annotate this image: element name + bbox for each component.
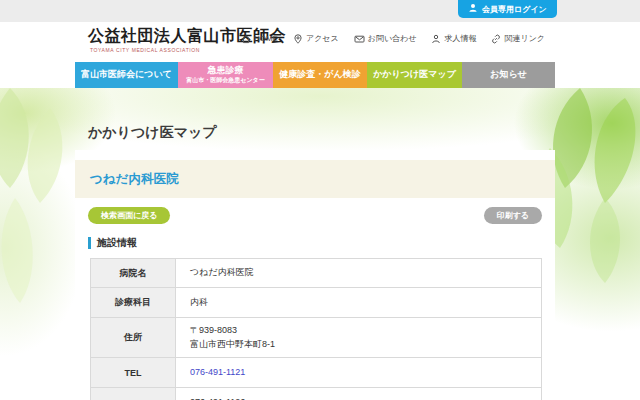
nav-links-label: 関連リンク bbox=[504, 33, 545, 44]
nav-home-label: HOME bbox=[254, 34, 278, 43]
tel-link[interactable]: 076-491-1121 bbox=[190, 367, 245, 377]
page-title: かかりつけ医マップ bbox=[88, 124, 217, 142]
table-row: FAX 076-491-1126 bbox=[91, 388, 542, 400]
member-login-label: 会員専用ログイン bbox=[482, 4, 547, 15]
nav-access-label: アクセス bbox=[306, 33, 339, 44]
tab-doctor-map-label: かかりつけ医マップ bbox=[373, 70, 456, 80]
fax-value: 076-491-1126 bbox=[176, 388, 542, 400]
facility-info-section-header: 施設情報 bbox=[88, 236, 555, 250]
facility-info-title: 施設情報 bbox=[97, 236, 137, 250]
content-column: かかりつけ医マップ つねだ内科医院 検索画面に戻る 印刷する 施設情報 病院名 … bbox=[75, 88, 555, 400]
row-label: FAX bbox=[91, 388, 176, 400]
tab-checkup[interactable]: 健康診査・がん検診 bbox=[273, 62, 367, 88]
clinic-heading-bar: つねだ内科医院 bbox=[75, 160, 555, 198]
tab-news[interactable]: お知らせ bbox=[462, 62, 555, 88]
tab-about[interactable]: 富山市医師会について bbox=[75, 62, 178, 88]
action-button-row: 検索画面に戻る 印刷する bbox=[75, 207, 555, 224]
row-label: 住所 bbox=[91, 318, 176, 358]
department-value: 内科 bbox=[176, 288, 542, 318]
nav-home[interactable]: HOME bbox=[241, 33, 278, 44]
address-value: 〒939-8083 富山市西中野本町8-1 bbox=[176, 318, 542, 358]
home-icon bbox=[241, 34, 251, 44]
header: 公益社団法人富山市医師会 TOYAMA CITY MEDICAL ASSOCIA… bbox=[0, 22, 640, 62]
tab-about-label: 富山市医師会について bbox=[81, 70, 172, 80]
hospital-name-value: つねだ内科医院 bbox=[176, 259, 542, 288]
link-icon bbox=[491, 34, 501, 44]
nav-contact-label: お問い合わせ bbox=[368, 33, 417, 44]
row-label: 病院名 bbox=[91, 259, 176, 288]
tab-emergency[interactable]: 急患診療 富山市・医師会急患センター bbox=[178, 62, 273, 88]
member-icon bbox=[468, 3, 478, 15]
table-row: TEL 076-491-1121 bbox=[91, 358, 542, 388]
mail-icon bbox=[354, 34, 365, 44]
tab-news-label: お知らせ bbox=[490, 70, 527, 80]
tab-emergency-sublabel: 富山市・医師会急患センター bbox=[186, 77, 264, 84]
nav-links[interactable]: 関連リンク bbox=[491, 33, 545, 44]
map-pin-icon bbox=[293, 34, 303, 44]
facility-info-table: 病院名 つねだ内科医院 診療科目 内科 住所 〒939-8083 富山市西中野本… bbox=[90, 258, 542, 400]
person-icon bbox=[431, 34, 441, 44]
tab-doctor-map[interactable]: かかりつけ医マップ bbox=[367, 62, 462, 88]
nav-contact[interactable]: お問い合わせ bbox=[354, 33, 417, 44]
back-to-search-button[interactable]: 検索画面に戻る bbox=[88, 207, 170, 224]
table-row: 病院名 つねだ内科医院 bbox=[91, 259, 542, 288]
nav-access[interactable]: アクセス bbox=[293, 33, 339, 44]
site-subtitle: TOYAMA CITY MEDICAL ASSOCIATION bbox=[90, 47, 200, 53]
tab-checkup-label: 健康診査・がん検診 bbox=[279, 70, 360, 80]
member-login-button[interactable]: 会員専用ログイン bbox=[458, 0, 557, 18]
print-button[interactable]: 印刷する bbox=[484, 207, 542, 224]
row-label: TEL bbox=[91, 358, 176, 388]
main-nav-tabs: 富山市医師会について 急患診療 富山市・医師会急患センター 健康診査・がん検診 … bbox=[75, 62, 555, 88]
page: 会員専用ログイン 公益社団法人富山市医師会 TOYAMA CITY MEDICA… bbox=[0, 0, 640, 400]
section-accent-bar bbox=[88, 237, 91, 249]
table-row: 住所 〒939-8083 富山市西中野本町8-1 bbox=[91, 318, 542, 358]
content-card: つねだ内科医院 検索画面に戻る 印刷する 施設情報 病院名 つねだ内科医院 診療… bbox=[75, 150, 555, 400]
utility-nav: HOME アクセス お問い合わせ 求人情報 関連リンク bbox=[241, 33, 545, 44]
nav-jobs-label: 求人情報 bbox=[444, 33, 476, 44]
table-row: 診療科目 内科 bbox=[91, 288, 542, 318]
nav-jobs[interactable]: 求人情報 bbox=[431, 33, 476, 44]
tab-emergency-label: 急患診療 bbox=[208, 66, 244, 76]
clinic-name-heading: つねだ内科医院 bbox=[90, 171, 178, 188]
row-label: 診療科目 bbox=[91, 288, 176, 318]
